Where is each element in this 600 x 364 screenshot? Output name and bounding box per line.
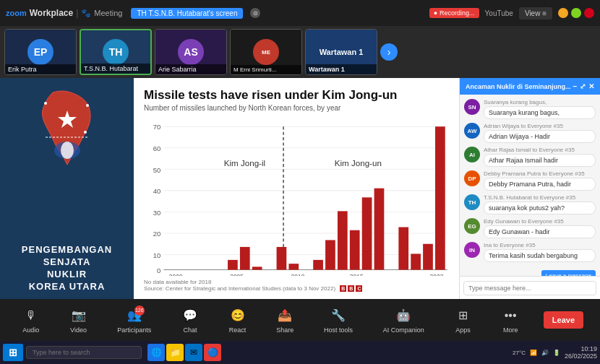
svg-text:2000: 2000 — [169, 274, 183, 276]
toolbar-audio-label: Audio — [22, 326, 39, 334]
bbc-b2: B — [348, 285, 354, 292]
youtube-label: YouTube — [485, 9, 513, 17]
chat-message: AW Adrian Wijaya to Everyone #35 Adrian … — [464, 123, 596, 143]
svg-text:40: 40 — [153, 187, 161, 195]
chat-text: Debby Pramana Putra, hadir — [484, 178, 596, 191]
close-button[interactable] — [584, 8, 594, 18]
window-controls — [558, 8, 594, 18]
chat-minimize-icon[interactable]: – — [573, 82, 577, 90]
leave-message-button[interactable]: Leave a message — [541, 270, 596, 276]
leave-button[interactable]: Leave — [544, 311, 583, 329]
toolbar-more[interactable]: ••• More — [496, 304, 525, 337]
view-button[interactable]: View ≡ — [519, 7, 552, 20]
chat-text: Athar Rajaa Ismail hadir — [484, 154, 596, 167]
toolbar-share[interactable]: 📤 Share — [270, 304, 299, 337]
chat-text: suaranya kok putus2 yah? — [484, 202, 596, 214]
svg-text:10: 10 — [153, 251, 161, 259]
chat-input[interactable] — [463, 281, 596, 295]
chat-close-icon[interactable]: ✕ — [588, 82, 594, 90]
chart-title: Missile tests have risen under Kim Jong-… — [144, 88, 449, 103]
share-indicator-text: TH T.S.N.B. Hutabarat's screen — [137, 9, 237, 17]
chat-bubble: Athar Rajaa Ismail to Everyone #35 Athar… — [484, 147, 596, 167]
toolbar-participants[interactable]: 👥 126 Participants — [111, 304, 157, 337]
chat-input-area — [460, 276, 600, 299]
svg-rect-32 — [240, 247, 250, 270]
share-icon: 📤 — [276, 307, 293, 324]
participants-strip: EP Erik Putra TH T.S.N.B. Hutabarat AS A… — [0, 26, 600, 78]
toolbar-chat-label: Chat — [183, 326, 197, 334]
svg-text:50: 50 — [153, 166, 161, 174]
participants-next-button[interactable]: › — [380, 43, 398, 61]
chat-avatar: AI — [464, 147, 480, 162]
toolbar-video[interactable]: 📷 Video — [64, 304, 93, 337]
toolbar-chat[interactable]: 💬 Chat — [176, 304, 205, 337]
taskbar-app-files[interactable]: 📁 — [166, 344, 184, 361]
svg-rect-35 — [277, 247, 287, 270]
more-icon: ••• — [502, 307, 519, 324]
chat-sender: Edy Gunawan to Everyone #35 — [484, 218, 596, 225]
start-button[interactable]: ⊞ — [3, 344, 23, 361]
toolbar-audio[interactable]: 🎙 Audio — [17, 304, 46, 337]
screen-share-indicator: TH T.S.N.B. Hutabarat's screen — [131, 8, 243, 19]
left-panel: PENGEMBANGAN SENJATA NUKLIR KOREA UTARA — [0, 78, 134, 299]
participant-name: T.S.N.B. Hutabarat — [81, 64, 150, 74]
taskbar-wifi-icon: 📶 — [530, 350, 537, 356]
chat-text: Suaranya kurang bagus, — [484, 106, 596, 119]
workplace-label: Workplace — [30, 8, 73, 18]
svg-rect-46 — [411, 254, 421, 270]
svg-point-1 — [44, 102, 47, 105]
korea-text-line3: NUKLIR — [22, 269, 112, 280]
chat-header-icons: – ⤢ ✕ — [573, 82, 594, 90]
chat-sender: Adrian Wijaya to Everyone #35 — [484, 123, 596, 129]
svg-rect-36 — [288, 264, 299, 270]
chat-sender: T.S.N.B. Hutabarat to Everyone #35 — [484, 194, 596, 201]
participants-count: 126 — [134, 306, 145, 316]
taskbar-app-browser[interactable]: 🌐 — [147, 344, 165, 361]
participant-tile[interactable]: AS Arie Sabarria — [155, 29, 227, 75]
chat-sender: Debby Pramana Putra to Everyone #35 — [484, 170, 596, 177]
participant-tile[interactable]: EP Erik Putra — [4, 29, 77, 75]
participant-tile[interactable]: ME M Erni Srimurti... — [230, 29, 302, 75]
chart-footer: No data available for 2018 Source: Cente… — [144, 279, 449, 292]
taskbar-search[interactable] — [26, 346, 142, 359]
svg-text:20: 20 — [153, 230, 161, 238]
toolbar-ai[interactable]: 🤖 AI Companion — [377, 304, 430, 337]
svg-rect-42 — [362, 198, 372, 270]
paw-icon: 🐾 — [81, 9, 91, 18]
host-tools-icon: 🔧 — [330, 307, 347, 324]
svg-rect-48 — [435, 127, 445, 270]
zoom-logo: zoom — [6, 9, 27, 17]
participant-tile-active[interactable]: TH T.S.N.B. Hutabarat — [80, 29, 152, 75]
minimize-button[interactable] — [558, 8, 568, 18]
svg-text:2010: 2010 — [291, 274, 305, 276]
chat-text: Adrian Wijaya - Hadir — [484, 130, 596, 143]
taskbar-app-mail[interactable]: ✉ — [185, 344, 202, 361]
zoom-toolbar: 🎙 Audio 📷 Video 👥 126 Participants 💬 Cha… — [0, 299, 600, 341]
taskbar-app-circle[interactable]: 🔵 — [204, 344, 221, 361]
meeting-label: 🐾 Meeting — [81, 9, 122, 18]
chat-bubble: Edy Gunawan to Everyone #35 Edy Gunawan … — [484, 218, 596, 238]
title-bar-right: ● Recording... YouTube View ≡ — [429, 7, 594, 20]
svg-text:60: 60 — [153, 144, 161, 152]
korea-map — [24, 85, 111, 179]
taskbar-clock: 10:19 — [565, 345, 597, 352]
chat-avatar: DP — [464, 170, 480, 186]
svg-text:Kim Jong-il: Kim Jong-il — [224, 158, 265, 168]
toolbar-apps-label: Apps — [455, 326, 471, 334]
wartawan-tile[interactable]: Wartawan 1 Wartawan 1 — [305, 29, 377, 75]
participants-icon-wrap: 👥 126 — [126, 307, 143, 324]
toolbar-apps[interactable]: ⊞ Apps — [448, 304, 477, 337]
chat-external-icon[interactable]: ⤢ — [580, 82, 586, 90]
bbc-c: C — [356, 285, 362, 292]
record-dot: ● — [434, 9, 437, 17]
korea-text-line1: PENGEMBANGAN — [22, 244, 112, 255]
recording-badge: ● Recording... — [429, 8, 479, 18]
toolbar-react[interactable]: 😊 React — [223, 304, 252, 337]
title-bar: zoom Workplace | 🐾 Meeting TH T.S.N.B. H… — [0, 0, 600, 26]
toolbar-react-label: React — [229, 326, 247, 334]
toolbar-host-tools[interactable]: 🔧 Host tools — [318, 304, 359, 337]
taskbar-apps: 🌐 📁 ✉ 🔵 — [147, 344, 221, 361]
chat-sender: Ina to Everyone #35 — [484, 242, 596, 248]
korea-text: PENGEMBANGAN SENJATA NUKLIR KOREA UTARA — [22, 244, 112, 292]
maximize-button[interactable] — [571, 8, 581, 18]
